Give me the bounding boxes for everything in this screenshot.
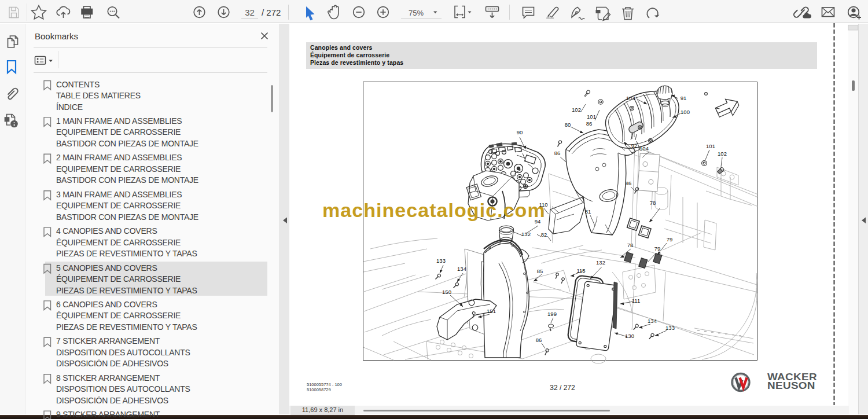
svg-text:86: 86 bbox=[554, 150, 561, 156]
svg-text:133: 133 bbox=[665, 325, 675, 331]
svg-text:82: 82 bbox=[541, 231, 547, 238]
svg-text:90: 90 bbox=[517, 129, 523, 135]
svg-text:86: 86 bbox=[626, 180, 632, 186]
svg-text:80: 80 bbox=[565, 122, 571, 128]
svg-text:102: 102 bbox=[718, 150, 727, 157]
svg-text:134: 134 bbox=[457, 266, 466, 272]
svg-text:79: 79 bbox=[654, 245, 661, 252]
svg-text:86: 86 bbox=[536, 337, 542, 343]
svg-text:115: 115 bbox=[576, 267, 585, 274]
svg-text:101: 101 bbox=[706, 143, 715, 149]
svg-text:104: 104 bbox=[639, 145, 649, 152]
svg-text:78: 78 bbox=[627, 242, 634, 248]
svg-text:150: 150 bbox=[442, 289, 451, 295]
svg-text:132: 132 bbox=[596, 259, 605, 266]
svg-text:86: 86 bbox=[586, 120, 593, 127]
svg-text:134: 134 bbox=[648, 318, 657, 324]
svg-text:199: 199 bbox=[547, 311, 557, 317]
svg-text:92: 92 bbox=[631, 142, 638, 149]
svg-text:100: 100 bbox=[681, 109, 690, 115]
svg-text:151: 151 bbox=[487, 308, 496, 314]
svg-text:102: 102 bbox=[572, 106, 581, 113]
svg-text:91: 91 bbox=[681, 95, 687, 101]
svg-text:79: 79 bbox=[667, 236, 673, 242]
svg-text:85: 85 bbox=[537, 268, 543, 274]
svg-text:101: 101 bbox=[587, 113, 596, 120]
svg-text:81: 81 bbox=[585, 208, 591, 215]
svg-text:78: 78 bbox=[650, 200, 656, 206]
svg-text:132: 132 bbox=[521, 231, 531, 237]
svg-text:111: 111 bbox=[632, 297, 640, 304]
svg-text:133: 133 bbox=[436, 258, 446, 264]
svg-text:104: 104 bbox=[626, 95, 635, 101]
svg-text:130: 130 bbox=[625, 333, 634, 339]
